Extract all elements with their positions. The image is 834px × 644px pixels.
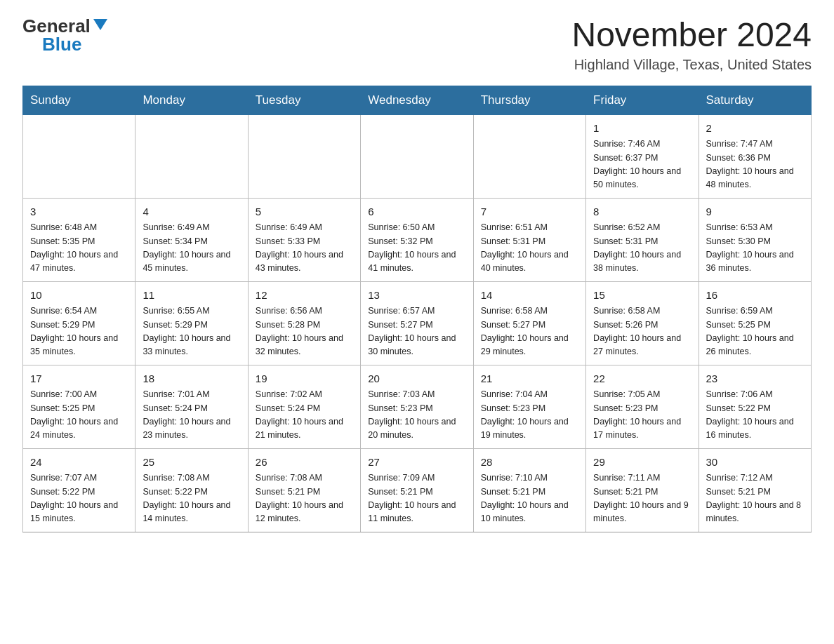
day-number: 18 [143,371,240,387]
day-number: 29 [593,455,691,471]
table-cell: 3Sunrise: 6:48 AMSunset: 5:35 PMDaylight… [23,198,135,281]
header: General Blue November 2024 Highland Vill… [22,17,812,73]
day-number: 11 [143,288,240,304]
title-area: November 2024 Highland Village, Texas, U… [571,17,812,73]
header-friday: Friday [586,86,699,114]
header-monday: Monday [135,86,248,114]
header-wednesday: Wednesday [361,86,473,114]
day-info: Sunrise: 7:47 AMSunset: 6:36 PMDaylight:… [706,137,804,192]
day-info: Sunrise: 7:08 AMSunset: 5:21 PMDaylight:… [256,471,353,526]
table-cell [473,114,585,198]
week-row-4: 17Sunrise: 7:00 AMSunset: 5:25 PMDayligh… [23,365,812,448]
table-cell: 1Sunrise: 7:46 AMSunset: 6:37 PMDaylight… [586,114,699,198]
table-cell: 24Sunrise: 7:07 AMSunset: 5:22 PMDayligh… [23,448,135,532]
day-number: 25 [143,455,240,471]
table-cell: 5Sunrise: 6:49 AMSunset: 5:33 PMDaylight… [248,198,360,281]
day-info: Sunrise: 6:56 AMSunset: 5:28 PMDaylight:… [256,304,353,359]
logo-triangle-icon [93,19,107,30]
table-cell: 27Sunrise: 7:09 AMSunset: 5:21 PMDayligh… [361,448,473,532]
day-info: Sunrise: 7:09 AMSunset: 5:21 PMDaylight:… [368,471,465,526]
day-info: Sunrise: 6:50 AMSunset: 5:32 PMDaylight:… [368,221,465,276]
day-info: Sunrise: 7:06 AMSunset: 5:22 PMDaylight:… [706,388,804,443]
day-info: Sunrise: 7:07 AMSunset: 5:22 PMDaylight:… [30,471,128,526]
day-info: Sunrise: 7:02 AMSunset: 5:24 PMDaylight:… [256,388,353,443]
table-cell: 16Sunrise: 6:59 AMSunset: 5:25 PMDayligh… [699,281,811,365]
week-row-5: 24Sunrise: 7:07 AMSunset: 5:22 PMDayligh… [23,448,812,532]
table-cell: 20Sunrise: 7:03 AMSunset: 5:23 PMDayligh… [361,365,473,448]
day-number: 6 [368,204,465,220]
week-row-1: 1Sunrise: 7:46 AMSunset: 6:37 PMDaylight… [23,114,812,198]
header-thursday: Thursday [473,86,585,114]
table-cell: 9Sunrise: 6:53 AMSunset: 5:30 PMDaylight… [699,198,811,281]
table-cell: 13Sunrise: 6:57 AMSunset: 5:27 PMDayligh… [361,281,473,365]
day-number: 28 [481,455,578,471]
day-info: Sunrise: 6:49 AMSunset: 5:33 PMDaylight:… [256,221,353,276]
table-cell: 15Sunrise: 6:58 AMSunset: 5:26 PMDayligh… [586,281,699,365]
day-number: 19 [256,371,353,387]
day-number: 4 [143,204,240,220]
logo-blue-text: Blue [42,35,81,53]
day-info: Sunrise: 7:00 AMSunset: 5:25 PMDaylight:… [30,388,128,443]
day-number: 20 [368,371,465,387]
day-info: Sunrise: 6:54 AMSunset: 5:29 PMDaylight:… [30,304,128,359]
day-info: Sunrise: 7:08 AMSunset: 5:22 PMDaylight:… [143,471,240,526]
table-cell: 29Sunrise: 7:11 AMSunset: 5:21 PMDayligh… [586,448,699,532]
table-cell: 6Sunrise: 6:50 AMSunset: 5:32 PMDaylight… [361,198,473,281]
table-cell: 28Sunrise: 7:10 AMSunset: 5:21 PMDayligh… [473,448,585,532]
day-info: Sunrise: 6:58 AMSunset: 5:26 PMDaylight:… [593,304,691,359]
day-info: Sunrise: 7:11 AMSunset: 5:21 PMDaylight:… [593,471,691,526]
day-info: Sunrise: 7:10 AMSunset: 5:21 PMDaylight:… [481,471,578,526]
location-title: Highland Village, Texas, United States [571,57,812,73]
day-number: 16 [706,288,804,304]
logo-general-text: General [22,17,91,35]
table-cell: 17Sunrise: 7:00 AMSunset: 5:25 PMDayligh… [23,365,135,448]
day-number: 3 [30,204,128,220]
month-title: November 2024 [571,17,812,54]
day-number: 9 [706,204,804,220]
table-cell: 19Sunrise: 7:02 AMSunset: 5:24 PMDayligh… [248,365,360,448]
table-cell: 12Sunrise: 6:56 AMSunset: 5:28 PMDayligh… [248,281,360,365]
table-cell [135,114,248,198]
day-number: 22 [593,371,691,387]
day-number: 5 [256,204,353,220]
calendar-table: Sunday Monday Tuesday Wednesday Thursday… [22,86,812,532]
header-tuesday: Tuesday [248,86,360,114]
day-info: Sunrise: 7:46 AMSunset: 6:37 PMDaylight:… [593,137,691,192]
day-number: 26 [256,455,353,471]
week-row-3: 10Sunrise: 6:54 AMSunset: 5:29 PMDayligh… [23,281,812,365]
day-number: 8 [593,204,691,220]
day-number: 7 [481,204,578,220]
table-cell: 25Sunrise: 7:08 AMSunset: 5:22 PMDayligh… [135,448,248,532]
table-cell [361,114,473,198]
day-info: Sunrise: 7:05 AMSunset: 5:23 PMDaylight:… [593,388,691,443]
day-info: Sunrise: 6:58 AMSunset: 5:27 PMDaylight:… [481,304,578,359]
day-info: Sunrise: 6:53 AMSunset: 5:30 PMDaylight:… [706,221,804,276]
day-info: Sunrise: 6:49 AMSunset: 5:34 PMDaylight:… [143,221,240,276]
table-cell: 14Sunrise: 6:58 AMSunset: 5:27 PMDayligh… [473,281,585,365]
day-info: Sunrise: 7:03 AMSunset: 5:23 PMDaylight:… [368,388,465,443]
week-row-2: 3Sunrise: 6:48 AMSunset: 5:35 PMDaylight… [23,198,812,281]
table-cell: 18Sunrise: 7:01 AMSunset: 5:24 PMDayligh… [135,365,248,448]
day-info: Sunrise: 7:12 AMSunset: 5:21 PMDaylight:… [706,471,804,526]
day-number: 24 [30,455,128,471]
day-info: Sunrise: 7:04 AMSunset: 5:23 PMDaylight:… [481,388,578,443]
table-cell: 21Sunrise: 7:04 AMSunset: 5:23 PMDayligh… [473,365,585,448]
day-number: 21 [481,371,578,387]
day-number: 27 [368,455,465,471]
header-sunday: Sunday [23,86,135,114]
day-info: Sunrise: 6:48 AMSunset: 5:35 PMDaylight:… [30,221,128,276]
table-cell [248,114,360,198]
day-number: 15 [593,288,691,304]
table-cell: 30Sunrise: 7:12 AMSunset: 5:21 PMDayligh… [699,448,811,532]
header-saturday: Saturday [699,86,811,114]
day-info: Sunrise: 6:59 AMSunset: 5:25 PMDaylight:… [706,304,804,359]
day-info: Sunrise: 6:52 AMSunset: 5:31 PMDaylight:… [593,221,691,276]
table-cell: 23Sunrise: 7:06 AMSunset: 5:22 PMDayligh… [699,365,811,448]
weekday-header-row: Sunday Monday Tuesday Wednesday Thursday… [23,86,812,114]
day-number: 14 [481,288,578,304]
table-cell [23,114,135,198]
day-number: 13 [368,288,465,304]
day-number: 17 [30,371,128,387]
day-number: 23 [706,371,804,387]
day-number: 2 [706,121,804,137]
